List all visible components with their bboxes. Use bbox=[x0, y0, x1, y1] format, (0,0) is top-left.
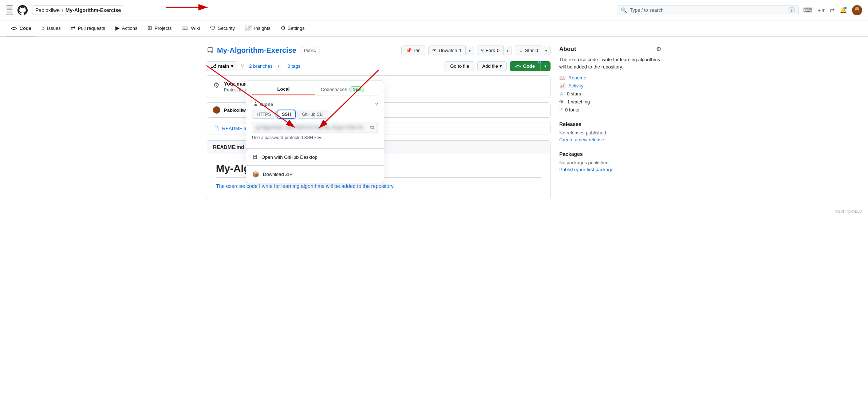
issues-nav-icon: ○ bbox=[42, 25, 45, 31]
branch-selector[interactable]: ⎇ main ▾ bbox=[207, 61, 237, 71]
code-dropdown-button[interactable]: ▾ bbox=[540, 61, 551, 71]
releases-section: Releases No releases published Create a … bbox=[559, 121, 661, 142]
download-zip-action[interactable]: 📦 Download ZIP bbox=[246, 168, 384, 181]
branch-name: main bbox=[218, 63, 229, 69]
readme-filename: README.md bbox=[213, 144, 244, 150]
go-to-file-button[interactable]: Go to file bbox=[445, 61, 474, 71]
local-tab[interactable]: Local bbox=[252, 84, 315, 95]
fork-dropdown[interactable]: ▾ bbox=[504, 46, 512, 55]
about-gear-icon[interactable]: ⚙ bbox=[656, 46, 661, 52]
zip-icon: 📦 bbox=[252, 171, 259, 178]
code-button-dot bbox=[538, 60, 541, 63]
fork-split: ⑂ Fork 0 ▾ bbox=[477, 46, 512, 55]
breadcrumb-user[interactable]: Pabloxllwe bbox=[35, 7, 60, 13]
code-nav-icon: <> bbox=[11, 25, 17, 31]
breadcrumb: Pabloxllwe / My-Algorithm-Exercise bbox=[32, 5, 124, 15]
nav-item-settings[interactable]: ⚙ Settings bbox=[276, 20, 310, 36]
nav-item-code[interactable]: <> Code bbox=[6, 21, 36, 36]
nav-item-wiki[interactable]: 📖 Wiki bbox=[177, 20, 205, 36]
pin-button[interactable]: 📌 Pin bbox=[401, 46, 425, 55]
projects-nav-icon: ⊞ bbox=[147, 25, 152, 31]
nav-label-issues: Issues bbox=[47, 25, 61, 31]
readme-description: The exercise code I write for learning a… bbox=[216, 182, 541, 190]
clone-url-input[interactable] bbox=[252, 123, 367, 132]
nav-item-actions[interactable]: ▶ Actions bbox=[110, 20, 143, 36]
stars-icon: ☆ bbox=[559, 91, 564, 97]
new-dropdown-button[interactable]: + ▾ bbox=[818, 7, 825, 13]
readme-link[interactable]: Readme bbox=[568, 75, 586, 80]
avatar-image bbox=[852, 5, 862, 15]
unwatch-dropdown[interactable]: ▾ bbox=[466, 46, 474, 55]
branches-link[interactable]: 2 branches bbox=[249, 63, 272, 69]
code-label: Code bbox=[523, 63, 535, 69]
tags-link[interactable]: 0 tags bbox=[288, 63, 300, 69]
nav-label-insights: Insights bbox=[254, 25, 271, 31]
unwatch-button[interactable]: 👁 Unwatch 1 bbox=[428, 46, 466, 55]
stars-count: 0 stars bbox=[567, 91, 581, 97]
pin-icon: 📌 bbox=[406, 48, 412, 53]
watch-count: 1 bbox=[459, 48, 461, 53]
branches-label: branches bbox=[253, 63, 272, 69]
nav-label-pull-requests: Pull requests bbox=[78, 25, 105, 31]
fork-button[interactable]: ⑂ Fork 0 bbox=[477, 46, 504, 55]
codespaces-tab[interactable]: Codespaces New bbox=[315, 84, 378, 95]
repo-title[interactable]: My-Algorithm-Exercise bbox=[217, 46, 296, 55]
branch-icon-2: ⑂ bbox=[241, 63, 244, 69]
publish-package-link[interactable]: Publish your first package bbox=[559, 167, 661, 172]
nav-item-pull-requests[interactable]: ⇄ Pull requests bbox=[66, 20, 110, 36]
releases-title: Releases bbox=[559, 121, 661, 127]
breadcrumb-repo[interactable]: My-Algorithm-Exercise bbox=[66, 7, 121, 13]
branch-dropdown-icon: ▾ bbox=[231, 63, 233, 69]
cli-tab[interactable]: GitHub CLI bbox=[297, 110, 328, 119]
branches-count: 2 bbox=[249, 63, 252, 69]
breadcrumb-separator: / bbox=[62, 7, 63, 13]
clone-title: Clone bbox=[252, 101, 273, 107]
notifications-button[interactable]: 🔔 bbox=[840, 7, 847, 13]
hamburger-button[interactable]: ☰ bbox=[6, 5, 13, 15]
new-badge: New bbox=[349, 86, 364, 92]
commit-author[interactable]: Pabloxllwe bbox=[224, 107, 248, 113]
clone-header: Clone ? bbox=[252, 101, 378, 107]
star-dropdown[interactable]: ▾ bbox=[542, 46, 551, 55]
tags-label: tags bbox=[292, 63, 301, 69]
code-dropdown: Local Codespaces New Clone ? HTTPS SSH G… bbox=[246, 80, 384, 183]
nav-label-security: Security bbox=[218, 25, 235, 31]
eye-icon: 👁 bbox=[432, 48, 437, 53]
about-link-stars: ☆ 0 stars bbox=[559, 91, 661, 97]
open-github-desktop-action[interactable]: 🖥 Open with GitHub Desktop bbox=[246, 151, 384, 163]
code-button[interactable]: <> Code bbox=[510, 61, 540, 71]
nav-item-insights[interactable]: 📈 Insights bbox=[240, 20, 276, 36]
commit-avatar bbox=[213, 106, 220, 114]
fork-label: Fork bbox=[486, 48, 495, 53]
nav-label-code: Code bbox=[20, 25, 32, 31]
readme-link[interactable]: The exercise code I write for learning a… bbox=[216, 183, 395, 189]
search-bar[interactable]: 🔍 Type / to search / bbox=[617, 5, 799, 15]
add-file-button[interactable]: Add file ▾ bbox=[477, 61, 506, 71]
pr-nav-icon: ⇄ bbox=[71, 25, 76, 31]
branch-info: ⑂ 2 branches 🏷 0 tags bbox=[241, 63, 300, 69]
top-nav-left: ☰ Pabloxllwe / My-Algorithm-Exercise bbox=[6, 4, 124, 16]
ssh-tab[interactable]: SSH bbox=[277, 110, 296, 119]
avatar[interactable] bbox=[852, 5, 862, 15]
tags-count: 0 bbox=[288, 63, 290, 69]
clone-help-icon[interactable]: ? bbox=[375, 102, 378, 107]
copy-url-button[interactable]: ⧉ bbox=[367, 122, 378, 133]
about-section: About ⚙ The exercise code I write for le… bbox=[559, 46, 661, 113]
about-title: About bbox=[559, 46, 576, 52]
clone-url-row: ⧉ bbox=[252, 122, 378, 133]
pull-request-icon-button[interactable]: ⇄ bbox=[830, 7, 835, 13]
terminal-button[interactable]: ⌨ bbox=[803, 6, 813, 14]
star-button[interactable]: ☆ Star 0 bbox=[515, 46, 542, 55]
https-tab[interactable]: HTTPS bbox=[252, 110, 276, 119]
star-label: Star bbox=[525, 48, 534, 53]
dropdown-divider-1 bbox=[246, 148, 384, 149]
activity-link[interactable]: Activity bbox=[568, 83, 583, 89]
codespaces-label: Codespaces New bbox=[321, 86, 372, 92]
nav-item-projects[interactable]: ⊞ Projects bbox=[142, 20, 177, 36]
nav-item-security[interactable]: 🛡 Security bbox=[205, 21, 240, 36]
create-release-link[interactable]: Create a new release bbox=[559, 137, 661, 142]
nav-item-issues[interactable]: ○ Issues bbox=[36, 21, 66, 36]
forks-count: 0 forks bbox=[565, 107, 579, 113]
fork-icon: ⑂ bbox=[481, 48, 484, 53]
notification-dot bbox=[844, 7, 847, 9]
